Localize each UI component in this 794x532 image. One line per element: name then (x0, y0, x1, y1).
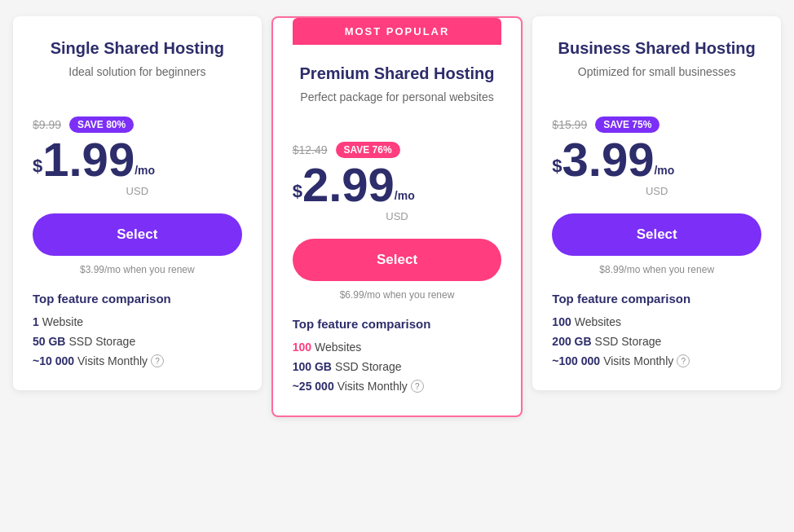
info-icon[interactable]: ? (151, 354, 164, 367)
feature-item: 200 GB SSD Storage (552, 335, 761, 348)
feature-text: SSD Storage (595, 335, 662, 348)
select-button[interactable]: Select (293, 239, 502, 281)
plan-name: Single Shared Hosting (33, 39, 242, 58)
usd-label: USD (552, 185, 761, 197)
plan-name: Business Shared Hosting (552, 39, 761, 58)
feature-item: ~100 000 Visits Monthly ? (552, 354, 761, 367)
info-icon[interactable]: ? (677, 354, 690, 367)
feature-item: 100 Websites (293, 341, 502, 354)
features-title: Top feature comparison (552, 292, 761, 306)
features-title: Top feature comparison (293, 317, 502, 331)
pricing-row: $9.99 SAVE 80% (33, 117, 242, 133)
plan-name-section: Business Shared Hosting Optimized for sm… (552, 39, 761, 97)
feature-bold: ~10 000 (33, 354, 74, 367)
select-button[interactable]: Select (33, 213, 242, 256)
feature-bold: ~25 000 (293, 380, 334, 393)
renew-note: $8.99/mo when you renew (552, 264, 761, 275)
usd-label: USD (293, 210, 502, 222)
original-price: $15.99 (552, 118, 587, 131)
plan-card-single: Single Shared Hosting Ideal solution for… (13, 16, 262, 390)
pricing-row: $15.99 SAVE 75% (552, 117, 761, 133)
price-currency: $ (552, 156, 562, 177)
price-main: 2.99 (302, 161, 395, 209)
feature-text: Website (42, 315, 83, 328)
select-button[interactable]: Select (552, 213, 761, 256)
price-period: /mo (395, 189, 415, 202)
price-period: /mo (135, 164, 155, 177)
price-main: 3.99 (562, 136, 655, 183)
renew-note: $6.99/mo when you renew (293, 289, 502, 301)
feature-item: ~25 000 Visits Monthly ? (293, 380, 502, 393)
original-price: $12.49 (293, 143, 328, 156)
price-block: $ 2.99 /mo (293, 161, 502, 209)
plan-description: Ideal solution for beginners (33, 64, 242, 97)
original-price: $9.99 (33, 118, 61, 131)
feature-bold: 100 (293, 341, 311, 354)
renew-note: $3.99/mo when you renew (33, 264, 242, 275)
feature-text: Visits Monthly (603, 354, 673, 367)
feature-bold: 200 GB (552, 335, 591, 348)
feature-text: Websites (315, 341, 361, 354)
feature-bold: 100 GB (293, 360, 332, 373)
plan-card-premium: MOST POPULAR Premium Shared Hosting Perf… (271, 16, 523, 417)
usd-label: USD (33, 185, 242, 197)
feature-text: SSD Storage (68, 335, 135, 348)
pricing-container: Single Shared Hosting Ideal solution for… (8, 16, 786, 417)
plan-name: Premium Shared Hosting (293, 64, 502, 83)
feature-bold: ~100 000 (552, 354, 600, 367)
price-block: $ 1.99 /mo (33, 136, 242, 183)
feature-bold: 1 (33, 315, 39, 328)
price-currency: $ (33, 156, 42, 177)
feature-item: ~10 000 Visits Monthly ? (33, 354, 242, 367)
plan-description: Perfect package for personal websites (293, 90, 502, 122)
price-period: /mo (654, 164, 674, 177)
price-currency: $ (293, 181, 302, 202)
pricing-row: $12.49 SAVE 76% (293, 142, 502, 158)
plan-description: Optimized for small businesses (552, 64, 761, 97)
save-badge: SAVE 80% (69, 117, 134, 133)
feature-item: 1 Website (33, 315, 242, 328)
feature-text: SSD Storage (335, 360, 402, 373)
features-title: Top feature comparison (33, 292, 242, 306)
feature-text: Websites (575, 315, 621, 328)
feature-text: Visits Monthly (77, 354, 148, 367)
save-badge: SAVE 76% (336, 142, 400, 158)
feature-item: 100 GB SSD Storage (293, 360, 502, 373)
feature-text: Visits Monthly (337, 380, 408, 393)
save-badge: SAVE 75% (595, 117, 659, 133)
plan-name-section: Premium Shared Hosting Perfect package f… (293, 64, 502, 122)
popular-badge: MOST POPULAR (293, 18, 502, 45)
price-main: 1.99 (42, 136, 135, 183)
price-block: $ 3.99 /mo (552, 136, 761, 183)
plan-card-business: Business Shared Hosting Optimized for sm… (532, 16, 781, 390)
feature-item: 50 GB SSD Storage (33, 335, 242, 348)
plan-name-section: Single Shared Hosting Ideal solution for… (33, 39, 242, 97)
feature-bold: 100 (552, 315, 571, 328)
feature-item: 100 Websites (552, 315, 761, 328)
info-icon[interactable]: ? (411, 380, 424, 393)
feature-bold: 50 GB (33, 335, 65, 348)
